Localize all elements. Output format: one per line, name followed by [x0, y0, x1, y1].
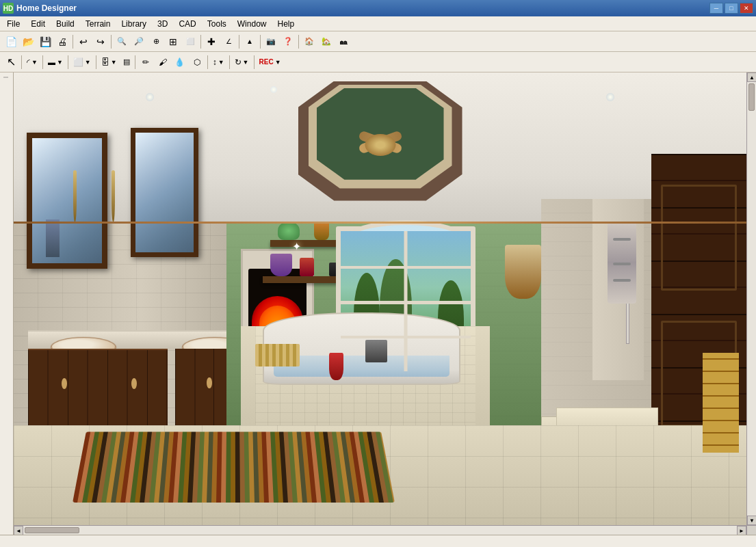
- stairs-tool[interactable]: ▤: [120, 54, 133, 70]
- tub-faucet: [365, 340, 387, 362]
- separator-6: [298, 35, 299, 49]
- menu-window[interactable]: Window: [232, 16, 272, 31]
- scroll-thumb-v[interactable]: [748, 83, 755, 111]
- new-button[interactable]: 📄: [3, 34, 19, 50]
- fixture-bar-1: [613, 238, 631, 241]
- mirror-right: [131, 128, 198, 257]
- arc-tool[interactable]: ◜▼: [24, 54, 40, 70]
- menu-edit[interactable]: Edit: [25, 16, 51, 31]
- sep-t4: [96, 55, 96, 69]
- paint-tool[interactable]: 🖌: [155, 54, 171, 70]
- close-button[interactable]: ✕: [740, 3, 753, 14]
- vase-red: [329, 353, 343, 380]
- house3d-button[interactable]: 🏘: [335, 34, 352, 50]
- canvas-area[interactable]: ✦: [14, 72, 756, 535]
- window-mullion-h3: [341, 336, 470, 338]
- wall-trim-top: [14, 222, 746, 224]
- scroll-up-arrow[interactable]: ▲: [747, 72, 756, 82]
- fit-width-button[interactable]: ⬜: [182, 34, 198, 50]
- horizontal-scrollbar[interactable]: ◄ ►: [14, 525, 746, 535]
- camera-button[interactable]: 📷: [263, 34, 279, 50]
- star-decoration: ✦: [292, 240, 301, 253]
- scroll-down-arrow[interactable]: ▼: [747, 516, 756, 525]
- menu-tools[interactable]: Tools: [202, 16, 232, 31]
- door-panel-1: [661, 185, 737, 291]
- sep-t7: [229, 55, 230, 69]
- menu-3d[interactable]: 3D: [152, 16, 173, 31]
- wall-tool[interactable]: ▬▼: [45, 54, 66, 70]
- menu-library[interactable]: Library: [116, 16, 152, 31]
- sep-t2: [42, 55, 43, 69]
- window-title: Home Designer: [16, 3, 709, 13]
- zoom-in-button[interactable]: 🔎: [131, 34, 147, 50]
- render-view[interactable]: ✦: [14, 72, 746, 525]
- rotate-tool[interactable]: ↻▼: [232, 54, 252, 70]
- scroll-right-arrow[interactable]: ►: [737, 526, 746, 535]
- sconce-right: [505, 245, 542, 299]
- bath-water: [274, 356, 449, 377]
- vertical-scrollbar[interactable]: ▲ ▼: [746, 72, 756, 525]
- scroll-track-v[interactable]: [747, 82, 756, 516]
- separator-2: [111, 35, 112, 49]
- scroll-track-h[interactable]: [23, 526, 737, 535]
- mirror-right-reflection: [135, 133, 194, 252]
- print-button[interactable]: 🖨: [54, 34, 70, 50]
- select-tool[interactable]: ↖: [3, 54, 19, 70]
- cabinet-tool[interactable]: 🗄▼: [99, 54, 120, 70]
- scroll-left-arrow[interactable]: ◄: [14, 526, 23, 535]
- up-arrow-button[interactable]: ▲: [242, 34, 258, 50]
- redo-button[interactable]: ↪: [92, 34, 109, 50]
- ceiling-light-2: [606, 93, 614, 101]
- separator-5: [260, 35, 261, 49]
- shelf-item-vase-3: [270, 254, 292, 276]
- separator-1: [73, 35, 73, 49]
- room-tool[interactable]: ⬜▼: [70, 54, 94, 70]
- toolbar-1: 📄 📂 💾 🖨 ↩ ↪ 🔍 🔎 ⊕ ⊞ ⬜ ✚ ∠ ▲ 📷 ❓ 🏠 🏡 🏘: [0, 31, 756, 52]
- shelf-item-decor: [300, 258, 314, 276]
- menu-help[interactable]: Help: [272, 16, 300, 31]
- maximize-button[interactable]: □: [725, 3, 738, 14]
- menu-build[interactable]: Build: [51, 16, 80, 31]
- window-mullion-h2: [341, 266, 470, 269]
- shelf-item-vase-2: [314, 222, 328, 239]
- sep-t5: [135, 55, 135, 69]
- sep-t3: [68, 55, 68, 69]
- open-button[interactable]: 📂: [20, 34, 36, 50]
- move-tool[interactable]: ↕▼: [210, 54, 227, 70]
- scroll-thumb-h[interactable]: [25, 527, 79, 533]
- pan-button[interactable]: ✚: [203, 34, 220, 50]
- house-button[interactable]: 🏠: [301, 34, 317, 50]
- rug-pattern: [73, 431, 395, 503]
- toolbar-2: ↖ ◜▼ ▬▼ ⬜▼ 🗄▼ ▤ ✏ 🖌 💧 ⬡ ↕▼ ↻▼ REC▼: [0, 52, 756, 72]
- ceiling-light-3: [270, 86, 277, 93]
- spray-tool[interactable]: 💧: [172, 54, 188, 70]
- house2-button[interactable]: 🏡: [318, 34, 335, 50]
- material-tool[interactable]: ⬡: [189, 54, 205, 70]
- sep-t1: [21, 55, 22, 69]
- zoom-out-button[interactable]: 🔍: [114, 34, 130, 50]
- fixture-bar-3: [613, 279, 631, 282]
- menu-terrain[interactable]: Terrain: [80, 16, 116, 31]
- mirror-left: [27, 133, 107, 269]
- rug: [73, 431, 395, 503]
- undo-button[interactable]: ↩: [75, 34, 92, 50]
- cabinet-handle-2: [131, 378, 137, 389]
- save-button[interactable]: 💾: [37, 34, 53, 50]
- sep-t6: [207, 55, 208, 69]
- fit-page-button[interactable]: ⊞: [165, 34, 181, 50]
- record-tool[interactable]: REC▼: [257, 54, 284, 70]
- shower-fixture: [608, 222, 637, 303]
- window-mullion-h: [341, 301, 470, 304]
- pencil-tool[interactable]: ✏: [138, 54, 154, 70]
- minimize-button[interactable]: ─: [709, 3, 723, 14]
- sep-t8: [254, 55, 255, 69]
- cabinet-handle-1: [62, 378, 67, 389]
- workspace: |: [0, 72, 756, 535]
- menu-bar: File Edit Build Terrain Library 3D CAD T…: [0, 16, 756, 31]
- angle-button[interactable]: ∠: [220, 34, 237, 50]
- menu-file[interactable]: File: [1, 16, 25, 31]
- zoom-region-button[interactable]: ⊕: [148, 34, 164, 50]
- help-button[interactable]: ❓: [280, 34, 296, 50]
- menu-cad[interactable]: CAD: [173, 16, 201, 31]
- ruler-label: |: [3, 77, 10, 78]
